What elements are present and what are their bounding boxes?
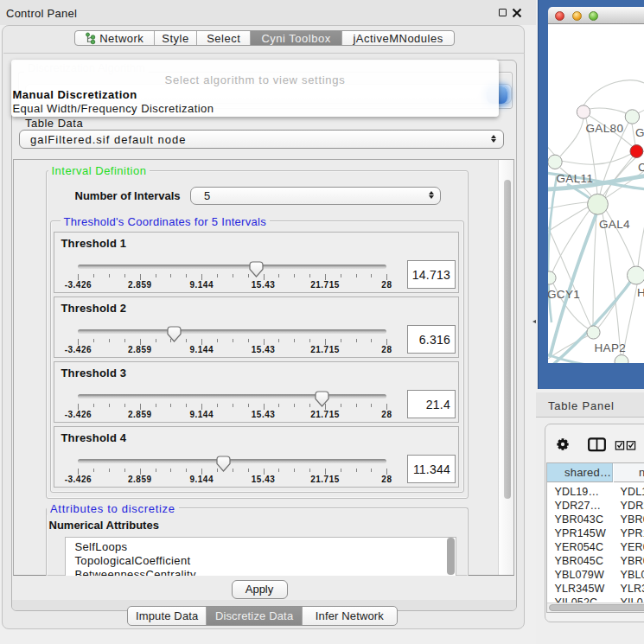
svg-text:GAL11: GAL11 bbox=[556, 172, 593, 185]
svg-text:GAL4: GAL4 bbox=[599, 218, 630, 231]
svg-text:HAP2: HAP2 bbox=[594, 341, 626, 354]
svg-text:C: C bbox=[638, 161, 644, 174]
svg-text:GA: GA bbox=[635, 126, 644, 139]
svg-text:H: H bbox=[637, 286, 644, 299]
svg-text:GCY1: GCY1 bbox=[548, 288, 580, 301]
svg-text:GAL80: GAL80 bbox=[585, 122, 623, 135]
